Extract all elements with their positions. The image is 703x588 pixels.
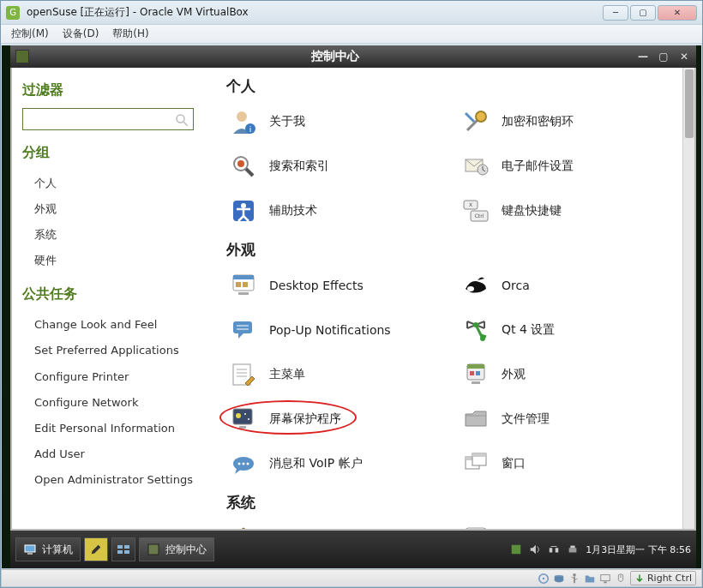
svg-rect-60 [124,545,129,549]
tasks-heading: 公共任务 [22,285,218,303]
search-icon [174,112,189,128]
status-usb-icon[interactable] [568,573,580,585]
theme-icon [462,361,490,388]
task-item[interactable]: Change Look and Feel [22,312,218,338]
group-item[interactable]: 系统 [22,222,218,248]
svg-rect-68 [569,548,577,552]
scrollbar-thumb[interactable] [685,69,694,138]
svg-rect-69 [571,546,575,549]
svg-text:Ctrl: Ctrl [475,213,484,219]
svg-rect-66 [556,548,559,552]
settings-item[interactable]: Desktop Effects [226,265,442,306]
window-icon [15,50,29,63]
section-grid: Install/Remove SoftwareSCIMSCIM 输入法设置 [226,518,674,529]
gnome-maximize-button[interactable]: ▢ [657,50,670,63]
task-item[interactable]: Edit Personal Information [22,416,218,441]
settings-item-label: 文件管理 [502,411,550,427]
group-item[interactable]: 个人 [22,171,218,196]
task-control-center[interactable]: 控制中心 [139,537,214,561]
settings-item[interactable]: 屏幕保护程序 [226,399,442,440]
menu-devices[interactable]: 设备(D) [57,27,105,41]
gnome-titlebar: 控制中心 — ▢ ✕ [10,45,696,68]
gnome-close-button[interactable]: ✕ [677,50,691,63]
host-close-button[interactable]: ✕ [658,5,697,21]
task-item[interactable]: Open Administrator Settings [22,467,218,493]
status-hd-icon[interactable] [553,573,565,585]
svg-text:i: i [249,125,252,134]
settings-item-label: Pop-Up Notifications [269,323,391,337]
search-icon [230,153,257,180]
settings-item[interactable]: Pop-Up Notifications [226,309,442,351]
mail-prefs-icon [462,153,490,180]
svg-rect-64 [512,545,521,555]
virtualbox-icon: G [6,6,20,20]
settings-item[interactable]: 加密和密钥环 [459,101,674,142]
scrollbar[interactable] [682,68,694,529]
show-desktop[interactable] [111,537,135,561]
menu-help[interactable]: 帮助(H) [107,27,153,41]
svg-rect-43 [239,426,246,429]
settings-item[interactable]: Orca [459,265,674,306]
section-heading: 外观 [226,240,674,260]
computer-menu[interactable]: 计算机 [15,537,81,561]
svg-line-8 [246,169,253,176]
svg-rect-57 [25,545,35,552]
settings-item[interactable]: i关于我 [226,101,442,142]
settings-item[interactable]: 主菜单 [226,354,442,395]
task-item[interactable]: Configure Printer [22,364,218,390]
task-item[interactable]: Set Preferred Applications [22,338,218,363]
section-heading: 系统 [226,493,674,513]
task-item[interactable]: Configure Network [22,390,218,416]
tray-update-icon[interactable] [510,543,522,555]
group-item[interactable]: 外观 [22,196,218,222]
task-item[interactable]: Add User [22,441,218,467]
section-grid: i关于我加密和密钥环搜索和索引电子邮件设置辅助技术XCtrl键盘快捷键 [226,101,674,231]
host-minimize-button[interactable]: ─ [603,5,628,21]
settings-item[interactable]: 电子邮件设置 [459,146,674,187]
linux-taskbar: 计算机 控制中心 1月3日星期一 下午 8:56 [10,531,696,568]
status-display-icon[interactable] [599,573,611,585]
note-applet[interactable] [84,537,108,561]
status-cd-icon[interactable] [538,573,550,585]
menu-control[interactable]: 控制(M) [6,27,54,41]
scim-icon: SCIM [462,525,490,529]
group-item[interactable]: 硬件 [22,248,218,273]
svg-rect-38 [472,381,480,384]
svg-rect-65 [550,548,553,552]
settings-item[interactable]: 窗口 [459,443,674,484]
status-folder-icon[interactable] [584,573,596,585]
host-key-indicator[interactable]: Right Ctrl [630,571,696,585]
settings-item[interactable]: Install/Remove Software [226,518,442,529]
svg-point-5 [476,111,486,122]
settings-item[interactable]: 外观 [459,354,674,395]
settings-item-label: 外观 [502,367,526,382]
menu-edit-icon [230,361,257,388]
settings-item-label: 电子邮件设置 [502,159,574,174]
settings-item-label: 辅助技术 [269,203,317,219]
status-mouse-icon[interactable] [615,573,627,585]
settings-item[interactable]: SCIMSCIM 输入法设置 [459,518,674,529]
svg-rect-37 [476,371,480,375]
settings-item-label: 加密和密钥环 [502,114,574,129]
settings-item[interactable]: 辅助技术 [226,190,442,231]
tray-printer-icon[interactable] [567,543,579,555]
search-input[interactable] [22,108,194,130]
settings-item-label: 关于我 [269,114,305,129]
gnome-minimize-button[interactable]: — [636,50,650,63]
clock[interactable]: 1月3日星期一 下午 8:56 [586,543,691,556]
svg-point-28 [473,322,478,327]
tray-network-icon[interactable] [548,543,560,555]
settings-item[interactable]: 搜索和索引 [226,146,442,187]
svg-point-45 [238,463,241,465]
svg-point-46 [243,463,245,465]
svg-point-0 [177,115,184,123]
task-label: 控制中心 [165,543,207,557]
svg-rect-59 [117,545,123,549]
settings-item[interactable]: 消息和 VoIP 帐户 [226,443,442,484]
host-maximize-button[interactable]: ▢ [630,5,656,21]
settings-item[interactable]: XCtrl键盘快捷键 [459,190,674,231]
tray-volume-icon[interactable] [529,543,541,555]
settings-item[interactable]: Qt 4 设置 [459,309,674,351]
svg-rect-78 [604,581,607,583]
settings-item[interactable]: 文件管理 [459,399,674,440]
